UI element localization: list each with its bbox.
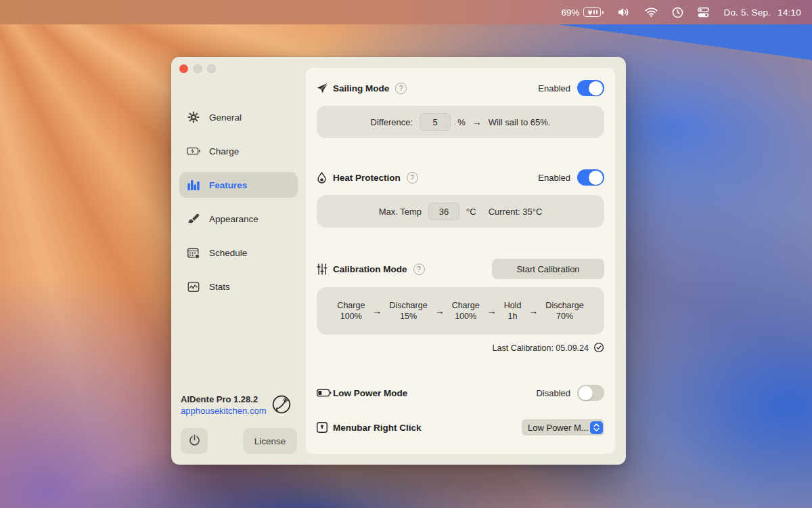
gear-icon [187,111,200,123]
calibration-step: Discharge 70% [545,300,583,322]
arrow-icon: → [528,305,538,316]
website-link[interactable]: apphousekitchen.com [181,406,266,417]
sidebar: General Charge Features [171,57,306,465]
calibration-steps-box: Charge 100% → Discharge 15% → Charge 100… [317,287,604,335]
calibration-step: Discharge 15% [389,300,427,322]
bar-chart-icon [187,179,200,190]
low-power-title: Low Power Mode [333,388,407,398]
menubar-clock[interactable]: Do. 5. Sep. 14:10 [723,7,801,18]
calendar-badge-icon [187,247,200,259]
low-power-state-label: Disabled [536,388,570,398]
sidebar-item-label: Features [209,180,247,190]
last-calibration-row: Last Calibration: 05.09.24 [317,341,604,355]
low-power-toggle[interactable] [577,385,604,401]
menubar-right-click-dropdown[interactable]: Low Power M... [522,419,604,436]
sidebar-item-label: Schedule [209,248,247,258]
license-button[interactable]: License [243,428,297,454]
sidebar-item-features[interactable]: Features [179,172,298,198]
low-battery-icon [317,389,332,397]
menubar-right-click-title: Menubar Right Click [333,423,422,433]
celsius-unit-label: °C [466,207,476,217]
control-center-icon[interactable] [698,7,709,18]
battery-icon [583,7,604,17]
power-icon [189,434,200,448]
heat-protection-toggle[interactable] [577,169,604,186]
max-temp-input[interactable]: 36 [428,203,459,220]
paintbrush-icon [187,213,200,225]
aldente-logo-icon [271,394,292,417]
battery-percent-label: 69% [561,7,579,18]
calibration-step: Hold 1h [504,300,522,322]
arrow-icon: → [435,305,445,316]
calibration-help-icon[interactable]: ? [413,263,425,275]
sidebar-item-charge[interactable]: Charge [179,138,298,164]
heat-drop-icon [317,172,332,184]
arrow-icon: → [472,117,482,127]
sailing-mode-title: Sailing Mode [333,83,389,93]
calibration-step: Charge 100% [452,300,480,322]
difference-input[interactable]: 5 [420,113,451,131]
dropdown-selected-label: Low Power M... [528,423,589,433]
difference-label: Difference: [371,117,413,127]
menubar-time: 14:10 [777,7,801,18]
features-panel: Sailing Mode ? Enabled Difference: 5 % →… [306,68,615,454]
sidebar-item-stats[interactable]: Stats [179,274,298,299]
arrow-icon: → [372,305,382,316]
sliders-icon [317,263,332,275]
paperplane-icon [317,83,332,94]
menubar-arrow-icon [317,422,332,433]
percent-unit-label: % [457,117,466,127]
app-version-label: AlDente Pro 1.28.2 [181,394,266,406]
low-power-header: Low Power Mode Disabled [317,385,604,401]
sidebar-item-schedule[interactable]: Schedule [179,240,298,266]
sailing-mode-toggle[interactable] [577,80,604,96]
sidebar-item-label: General [209,112,242,123]
sailing-help-icon[interactable]: ? [395,83,407,94]
aldente-window: General Charge Features [171,57,626,465]
sailing-state-label: Enabled [538,83,570,93]
desktop: 69% Do. 5. Sep. 14:10 [0,0,812,508]
sidebar-nav: General Charge Features [171,57,306,299]
sail-result-label: Will sail to 65%. [489,117,551,127]
menu-bar: 69% Do. 5. Sep. 14:10 [0,0,812,24]
menubar-right-click-header: Menubar Right Click Low Power M... [317,419,604,436]
sidebar-item-label: Stats [209,282,230,292]
calibration-mode-header: Calibration Mode ? Start Calibration [317,259,604,279]
volume-icon[interactable] [618,7,631,17]
sailing-mode-header: Sailing Mode ? Enabled [317,80,604,96]
calibration-step: Charge 100% [337,300,365,322]
heat-protection-title: Heat Protection [333,173,401,183]
heat-protection-header: Heat Protection ? Enabled [317,169,604,186]
sidebar-footer: AlDente Pro 1.28.2 apphousekitchen.com [181,394,297,454]
sidebar-item-general[interactable]: General [179,104,298,130]
recents-clock-icon[interactable] [672,7,683,18]
menubar-date: Do. 5. Sep. [723,7,771,18]
start-calibration-button[interactable]: Start Calibration [492,259,604,279]
sidebar-item-appearance[interactable]: Appearance [179,206,298,232]
chevron-up-down-icon [590,421,603,434]
sidebar-item-label: Charge [209,146,239,156]
license-button-label: License [254,436,286,446]
current-temp-label: Current: 35°C [489,207,543,217]
max-temp-label: Max. Temp [379,207,422,217]
last-calibration-label: Last Calibration: 05.09.24 [493,343,589,353]
battery-bolt-icon [187,147,200,155]
heat-settings-box: Max. Temp 36 °C Current: 35°C [317,195,604,228]
waveform-box-icon [187,282,200,292]
arrow-icon: → [487,305,497,316]
sidebar-item-label: Appearance [209,214,258,224]
heat-help-icon[interactable]: ? [407,172,418,184]
sailing-settings-box: Difference: 5 % → Will sail to 65%. [317,106,604,138]
checkmark-seal-icon [593,342,604,355]
battery-status[interactable]: 69% [561,7,604,18]
start-calibration-label: Start Calibration [516,264,579,274]
wifi-icon[interactable] [645,7,658,17]
calibration-mode-title: Calibration Mode [333,264,407,274]
quit-power-button[interactable] [181,428,208,454]
heat-state-label: Enabled [538,173,570,183]
